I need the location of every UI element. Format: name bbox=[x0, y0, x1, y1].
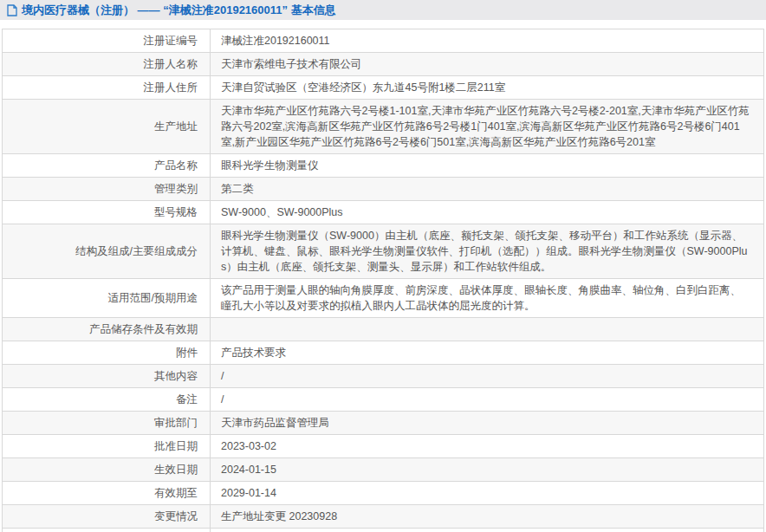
row-label: 结构及组成/主要组成成分 bbox=[3, 224, 211, 279]
row-label: 适用范围/预期用途 bbox=[3, 279, 211, 318]
row-value: 该产品用于测量人眼的轴向角膜厚度、前房深度、晶状体厚度、眼轴长度、角膜曲率、轴位… bbox=[211, 279, 764, 318]
table-row: 适用范围/预期用途 该产品用于测量人眼的轴向角膜厚度、前房深度、晶状体厚度、眼轴… bbox=[3, 279, 764, 318]
row-label: 备注 bbox=[3, 388, 211, 412]
row-label: 生产地址 bbox=[3, 100, 211, 154]
table-row: 产品名称 眼科光学生物测量仪 bbox=[3, 154, 764, 178]
row-label: 批准日期 bbox=[3, 435, 211, 458]
table-row: 注册人名称 天津市索维电子技术有限公司 bbox=[3, 53, 764, 76]
table-row: 结构及组成/主要组成成分 眼科光学生物测量仪（SW-9000）由主机（底座、额托… bbox=[3, 224, 764, 279]
row-label: 变更情况 bbox=[3, 505, 211, 529]
row-label: 产品名称 bbox=[3, 154, 211, 178]
table-row: 生效日期 2024-01-15 bbox=[3, 458, 764, 482]
row-label: 附件 bbox=[3, 341, 211, 365]
table-row: 有效期至 2029-01-14 bbox=[3, 482, 764, 505]
table-row: 审批部门 天津市药品监督管理局 bbox=[3, 412, 764, 435]
page-header: 境内医疗器械（注册） —— “津械注准20192160011” 基本信息 bbox=[0, 0, 766, 20]
row-label: 其他内容 bbox=[3, 365, 211, 388]
table-row: 备注 / bbox=[3, 388, 764, 412]
row-label-note: 注 bbox=[3, 529, 211, 532]
document-icon bbox=[7, 4, 17, 16]
table-row: 注册人住所 天津自贸试验区（空港经济区）东九道45号附1楼二层211室 bbox=[3, 76, 764, 100]
row-value: / bbox=[211, 365, 764, 388]
table-row: 生产地址 天津市华苑产业区竹苑路六号2号楼1-101室,天津市华苑产业区竹苑路六… bbox=[3, 100, 764, 154]
row-value: 眼科光学生物测量仪（SW-9000）由主机（底座、额托支架、颌托支架、移动平台）… bbox=[211, 224, 764, 279]
row-label: 注册人名称 bbox=[3, 53, 211, 76]
device-info-table: 注册证编号 津械注准20192160011 注册人名称 天津市索维电子技术有限公… bbox=[2, 29, 764, 532]
row-value: 2024-01-15 bbox=[211, 458, 764, 482]
row-value: 天津市索维电子技术有限公司 bbox=[211, 53, 764, 76]
table-row: 注册证编号 津械注准20192160011 bbox=[3, 29, 764, 53]
table-row: 附件 产品技术要求 bbox=[3, 341, 764, 365]
table-row: 管理类别 第二类 bbox=[3, 178, 764, 201]
row-value bbox=[211, 318, 764, 341]
row-value: 生产地址变更 20230928 bbox=[211, 505, 764, 529]
row-label: 注册证编号 bbox=[3, 29, 211, 53]
row-value: 第二类 bbox=[211, 178, 764, 201]
row-value: 详情 bbox=[211, 529, 764, 532]
row-value: 天津市药品监督管理局 bbox=[211, 412, 764, 435]
row-value: 津械注准20192160011 bbox=[211, 29, 764, 53]
page-title: 境内医疗器械（注册） —— “津械注准20192160011” 基本信息 bbox=[22, 3, 336, 18]
row-label: 型号规格 bbox=[3, 201, 211, 224]
row-value: 2029-01-14 bbox=[211, 482, 764, 505]
row-value: 天津自贸试验区（空港经济区）东九道45号附1楼二层211室 bbox=[211, 76, 764, 100]
row-value: 2023-03-02 bbox=[211, 435, 764, 458]
row-label: 有效期至 bbox=[3, 482, 211, 505]
row-label: 产品储存条件及有效期 bbox=[3, 318, 211, 341]
row-value: 天津市华苑产业区竹苑路六号2号楼1-101室,天津市华苑产业区竹苑路六号2号楼2… bbox=[211, 100, 764, 154]
row-value: / bbox=[211, 388, 764, 412]
row-label: 管理类别 bbox=[3, 178, 211, 201]
table-row: 注 详情 bbox=[3, 529, 764, 532]
row-label: 审批部门 bbox=[3, 412, 211, 435]
row-value: 产品技术要求 bbox=[211, 341, 764, 365]
table-row: 批准日期 2023-03-02 bbox=[3, 435, 764, 458]
table-row: 变更情况 生产地址变更 20230928 bbox=[3, 505, 764, 529]
row-value: SW-9000、SW-9000Plus bbox=[211, 201, 764, 224]
table-row: 其他内容 / bbox=[3, 365, 764, 388]
row-value: 眼科光学生物测量仪 bbox=[211, 154, 764, 178]
table-row: 产品储存条件及有效期 bbox=[3, 318, 764, 341]
table-row: 型号规格 SW-9000、SW-9000Plus bbox=[3, 201, 764, 224]
row-label: 生效日期 bbox=[3, 458, 211, 482]
row-label: 注册人住所 bbox=[3, 76, 211, 100]
